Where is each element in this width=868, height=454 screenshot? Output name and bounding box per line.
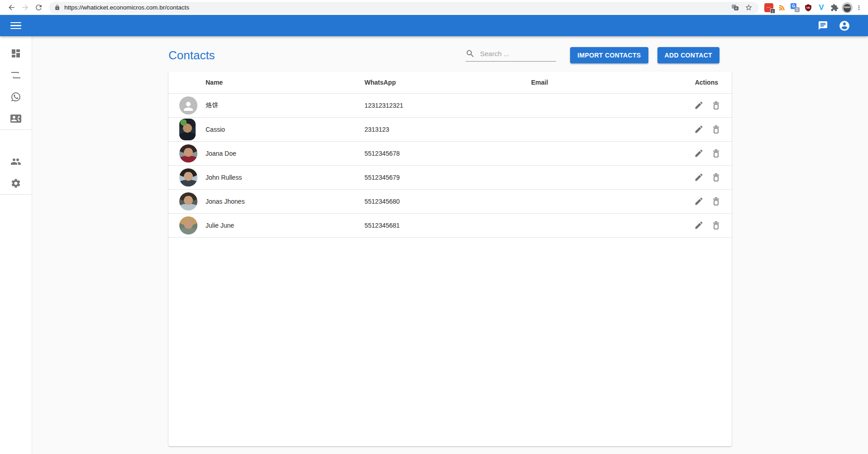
edit-contact-button[interactable]: [693, 196, 705, 207]
star-icon: [745, 4, 753, 11]
edit-contact-button[interactable]: [693, 220, 705, 231]
forward-button[interactable]: [18, 1, 32, 14]
hamburger-icon: [10, 22, 21, 24]
table-row: Joana Doe 5512345678: [168, 141, 732, 165]
contacts-card: Name WhatsApp Email Actions 烙饼 123123123…: [168, 72, 732, 446]
table-row: Cassio 2313123: [168, 117, 732, 141]
bookmark-button[interactable]: [743, 3, 753, 13]
delete-contact-button[interactable]: [710, 196, 722, 207]
google-translate-extension-button[interactable]: G 文: [791, 3, 800, 12]
sidebar-item-contacts[interactable]: [0, 108, 32, 129]
back-arrow-icon: [7, 3, 16, 12]
kebab-menu-icon: [855, 4, 863, 11]
table-row: Julie June 5512345681: [168, 213, 732, 237]
contact-name: Julie June: [206, 213, 364, 237]
sidebar-item-users[interactable]: [0, 151, 32, 172]
vimeo-extension-button[interactable]: V: [817, 3, 826, 12]
edit-contact-button[interactable]: [693, 172, 705, 183]
contact-avatar: [179, 96, 197, 115]
sidebar-item-settings[interactable]: [0, 172, 32, 194]
extensions-row: ... 3 G 文 U0 V: [764, 3, 839, 12]
account-circle-icon[interactable]: [839, 20, 850, 32]
sidebar-item-tickets[interactable]: [0, 86, 32, 108]
extension-badge: 3: [770, 9, 775, 14]
table-row: Jonas Jhones 5512345680: [168, 189, 732, 213]
puzzle-icon: [830, 4, 839, 12]
chat-icon[interactable]: [818, 20, 828, 31]
delete-contact-button[interactable]: [710, 100, 722, 111]
table-header-row: Name WhatsApp Email Actions: [168, 72, 732, 93]
header-whatsapp: WhatsApp: [364, 72, 531, 93]
table-body: 烙饼 12312312321 Cassio 2313123: [168, 93, 732, 237]
delete-contact-button[interactable]: [710, 124, 722, 135]
page-header: Contacts IMPORT CONTACTS ADD CONTACT: [168, 45, 732, 65]
search-input[interactable]: [480, 50, 550, 57]
contact-whatsapp: 2313123: [364, 117, 531, 141]
contact-email: [531, 213, 664, 237]
contact-whatsapp: 5512345680: [364, 189, 531, 213]
contact-email: [531, 117, 664, 141]
contact-name: Cassio: [206, 117, 364, 141]
ublock-shield-icon: U0: [804, 4, 812, 12]
page-title: Contacts: [168, 48, 215, 62]
contact-avatar: [179, 168, 197, 186]
trash-icon: [711, 172, 721, 182]
contact-name: Joana Doe: [206, 141, 364, 165]
sidebar-item-connections[interactable]: [0, 64, 32, 86]
browser-profile-button[interactable]: [842, 2, 853, 13]
padlock-icon: [54, 5, 60, 10]
contact-email: [531, 165, 664, 189]
sidebar-item-dashboard[interactable]: [0, 43, 32, 64]
delete-contact-button[interactable]: [710, 172, 722, 183]
extensions-menu-button[interactable]: [830, 3, 839, 12]
rss-icon: [778, 4, 786, 12]
contact-whatsapp: 5512345681: [364, 213, 531, 237]
edit-pencil-icon: [694, 100, 704, 110]
delete-contact-button[interactable]: [710, 148, 722, 159]
translate-page-button[interactable]: A: [730, 3, 740, 13]
back-button[interactable]: [5, 1, 18, 14]
reload-button[interactable]: [32, 1, 45, 14]
add-contact-button[interactable]: ADD CONTACT: [657, 47, 719, 63]
ublock-origin-extension-button[interactable]: U0: [804, 3, 813, 12]
edit-contact-button[interactable]: [693, 100, 705, 111]
sync-alt-icon: [10, 70, 21, 81]
gear-icon: [10, 178, 21, 189]
translate-icon: A: [732, 5, 739, 10]
delete-contact-button[interactable]: [710, 220, 722, 231]
contact-avatar: [179, 119, 196, 140]
search-icon: [465, 49, 475, 58]
rss-extension-button[interactable]: [777, 3, 786, 12]
browser-menu-button[interactable]: [854, 3, 863, 12]
forward-arrow-icon: [21, 3, 29, 12]
import-contacts-button[interactable]: IMPORT CONTACTS: [570, 47, 648, 63]
vimeo-icon: V: [819, 3, 824, 12]
edit-pencil-icon: [694, 148, 704, 158]
edit-contact-button[interactable]: [693, 124, 705, 135]
address-bar[interactable]: https://whaticket.economicros.com.br/con…: [49, 2, 759, 14]
header-avatar: [168, 72, 206, 93]
contact-name: John Rulless: [206, 165, 364, 189]
edit-pencil-icon: [694, 220, 704, 230]
edit-contact-button[interactable]: [693, 148, 705, 159]
edit-pencil-icon: [694, 172, 704, 182]
contacts-table: Name WhatsApp Email Actions 烙饼 123123123…: [168, 72, 732, 238]
red-dots-extension-button[interactable]: ... 3: [764, 3, 773, 12]
trash-icon: [711, 124, 721, 134]
app-bar-actions: [818, 20, 850, 32]
sidebar: [0, 36, 32, 454]
main-content: Contacts IMPORT CONTACTS ADD CONTACT: [32, 36, 868, 454]
menu-button[interactable]: [10, 20, 21, 31]
whatsapp-icon: [10, 91, 21, 102]
edit-pencil-icon: [694, 124, 704, 134]
app-bar: [0, 15, 868, 36]
header-actions: Actions: [664, 72, 732, 93]
browser-toolbar: https://whaticket.economicros.com.br/con…: [0, 0, 868, 15]
header-email: Email: [531, 72, 664, 93]
contact-name: 烙饼: [206, 93, 364, 117]
dashboard-icon: [10, 48, 21, 59]
red-dots-extension-label: ...: [767, 5, 771, 9]
url-text: https://whaticket.economicros.com.br/con…: [64, 4, 189, 11]
people-icon: [10, 156, 21, 167]
trash-icon: [711, 148, 721, 158]
